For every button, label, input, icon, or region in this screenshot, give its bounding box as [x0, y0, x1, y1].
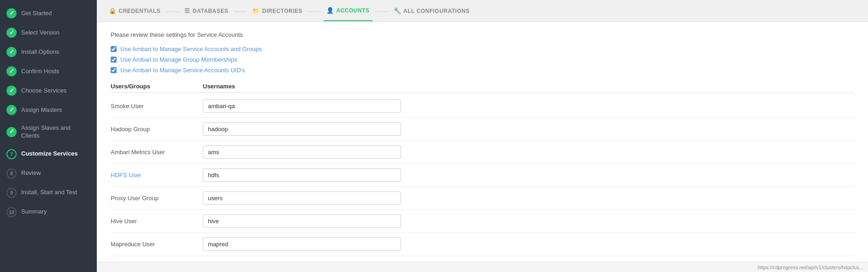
checkbox-row-manage-uids[interactable]: Use Ambari to Manage Service Accounts UI… — [111, 67, 854, 74]
sidebar-label-choose-services: Choose Services — [21, 87, 66, 95]
row-input-4[interactable] — [203, 191, 401, 205]
row-input-5[interactable] — [203, 214, 401, 228]
checkbox-label-manage-accounts: Use Ambari to Manage Service Accounts an… — [120, 46, 262, 52]
check-icon-assign-slaves: ✓ — [6, 127, 17, 137]
row-label-4: Proxy User Group — [111, 195, 203, 202]
checkbox-row-manage-accounts[interactable]: Use Ambari to Manage Service Accounts an… — [111, 46, 854, 52]
check-icon-confirm-hosts: ✓ — [6, 66, 17, 76]
table-row: Proxy User Group — [111, 187, 854, 210]
sidebar: ✓Get Started✓Select Version✓Install Opti… — [0, 0, 97, 272]
check-icon-get-started: ✓ — [6, 8, 17, 18]
table-row: Hive User — [111, 210, 854, 233]
check-icon-select-version: ✓ — [6, 28, 17, 38]
sidebar-item-install-options[interactable]: ✓Install Options — [0, 42, 97, 62]
checkbox-input-manage-memberships[interactable] — [111, 57, 117, 63]
row-label-3[interactable]: HDFS User — [111, 172, 203, 179]
nav-label-databases: DATABASES — [193, 8, 228, 14]
nav-label-directories: DIRECTORIES — [262, 8, 302, 14]
sidebar-label-select-version: Select Version — [21, 29, 59, 37]
nav-separator-1: —— — [166, 7, 179, 15]
row-input-3[interactable] — [203, 168, 401, 182]
nav-step-directories[interactable]: 📁DIRECTORIES — [249, 1, 305, 21]
nav-step-credentials[interactable]: 🔒CREDENTIALS — [106, 1, 163, 21]
nav-icon-all-configurations: 🔧 — [394, 7, 402, 14]
checkbox-label-manage-uids: Use Ambari to Manage Service Accounts UI… — [120, 67, 245, 74]
row-label-6: Mapreduce User — [111, 241, 203, 248]
row-input-0[interactable] — [203, 99, 401, 113]
row-label-1: Hadoop Group — [111, 126, 203, 133]
nav-icon-accounts: 👤 — [326, 7, 334, 14]
sidebar-label-install-options: Install Options — [21, 48, 59, 56]
checkbox-input-manage-uids[interactable] — [111, 67, 117, 73]
sidebar-item-get-started[interactable]: ✓Get Started — [0, 4, 97, 23]
sidebar-label-review: Review — [21, 169, 41, 177]
table-section: Users/Groups Usernames Smoke UserHadoop … — [111, 83, 854, 256]
row-label-2: Ambari Metrics User — [111, 149, 203, 156]
row-label-0: Smoke User — [111, 103, 203, 110]
col-header-users: Users/Groups — [111, 83, 203, 90]
sidebar-label-assign-slaves: Assign Slaves and Clients — [21, 124, 90, 140]
checkboxes-section: Use Ambari to Manage Service Accounts an… — [111, 46, 854, 74]
table-rows: Smoke UserHadoop GroupAmbari Metrics Use… — [111, 95, 854, 256]
sidebar-label-get-started: Get Started — [21, 10, 52, 17]
nav-step-all-configurations[interactable]: 🔧ALL CONFIGURATIONS — [391, 1, 472, 21]
sidebar-item-summary[interactable]: 10Summary — [0, 203, 97, 222]
status-url: https://cdprogress.net/api/v1/clusters/h… — [758, 265, 863, 270]
row-input-6[interactable] — [203, 237, 401, 251]
nav-step-databases[interactable]: ☰DATABASES — [182, 1, 231, 21]
status-bar: https://cdprogress.net/api/v1/clusters/h… — [97, 262, 868, 272]
check-icon-choose-services: ✓ — [6, 86, 17, 96]
sidebar-item-assign-masters[interactable]: ✓Assign Masters — [0, 100, 97, 120]
sidebar-label-assign-masters: Assign Masters — [21, 106, 62, 114]
checkbox-label-manage-memberships: Use Ambari to Manage Group Memberships — [120, 56, 237, 63]
nav-separator-4: —— — [375, 7, 388, 15]
number-icon-customize-services: 7 — [6, 149, 17, 159]
top-navigation: 🔒CREDENTIALS——☰DATABASES——📁DIRECTORIES——… — [97, 0, 868, 22]
nav-icon-directories: 📁 — [252, 7, 260, 14]
sidebar-item-choose-services[interactable]: ✓Choose Services — [0, 81, 97, 100]
row-input-1[interactable] — [203, 122, 401, 136]
table-row: Smoke User — [111, 95, 854, 118]
sidebar-item-review[interactable]: 8Review — [0, 164, 97, 183]
row-input-2[interactable] — [203, 145, 401, 159]
col-header-usernames: Usernames — [203, 83, 854, 90]
content-area: Please review these settings for Service… — [97, 22, 868, 262]
nav-step-accounts[interactable]: 👤ACCOUNTS — [324, 0, 372, 21]
sidebar-item-confirm-hosts[interactable]: ✓Confirm Hosts — [0, 62, 97, 81]
main-content: 🔒CREDENTIALS——☰DATABASES——📁DIRECTORIES——… — [97, 0, 868, 272]
number-icon-install-start-test: 9 — [6, 188, 17, 198]
table-row: Hadoop Group — [111, 118, 854, 141]
checkbox-input-manage-accounts[interactable] — [111, 46, 117, 52]
check-icon-install-options: ✓ — [6, 47, 17, 57]
sidebar-label-summary: Summary — [21, 208, 47, 216]
row-label-5: Hive User — [111, 218, 203, 225]
table-row: HDFS User — [111, 164, 854, 187]
nav-separator-3: —— — [308, 7, 321, 15]
sidebar-label-install-start-test: Install, Start and Test — [21, 189, 77, 197]
nav-label-all-configurations: ALL CONFIGURATIONS — [403, 8, 470, 14]
sidebar-item-install-start-test[interactable]: 9Install, Start and Test — [0, 183, 97, 203]
table-row: Ambari Metrics User — [111, 141, 854, 164]
description-text: Please review these settings for Service… — [111, 31, 854, 38]
nav-separator-2: —— — [234, 7, 247, 15]
nav-label-credentials: CREDENTIALS — [119, 8, 161, 14]
sidebar-label-confirm-hosts: Confirm Hosts — [21, 68, 59, 75]
nav-icon-credentials: 🔒 — [109, 7, 117, 14]
number-icon-summary: 10 — [6, 207, 17, 217]
number-icon-review: 8 — [6, 168, 17, 179]
sidebar-item-assign-slaves[interactable]: ✓Assign Slaves and Clients — [0, 120, 97, 145]
sidebar-item-select-version[interactable]: ✓Select Version — [0, 23, 97, 42]
table-header: Users/Groups Usernames — [111, 83, 854, 93]
check-icon-assign-masters: ✓ — [6, 105, 17, 115]
nav-label-accounts: ACCOUNTS — [337, 7, 370, 14]
checkbox-row-manage-memberships[interactable]: Use Ambari to Manage Group Memberships — [111, 56, 854, 63]
nav-icon-databases: ☰ — [184, 7, 190, 14]
sidebar-label-customize-services: Customize Services — [21, 150, 78, 158]
table-row: Mapreduce User — [111, 233, 854, 256]
sidebar-item-customize-services[interactable]: 7Customize Services — [0, 145, 97, 164]
